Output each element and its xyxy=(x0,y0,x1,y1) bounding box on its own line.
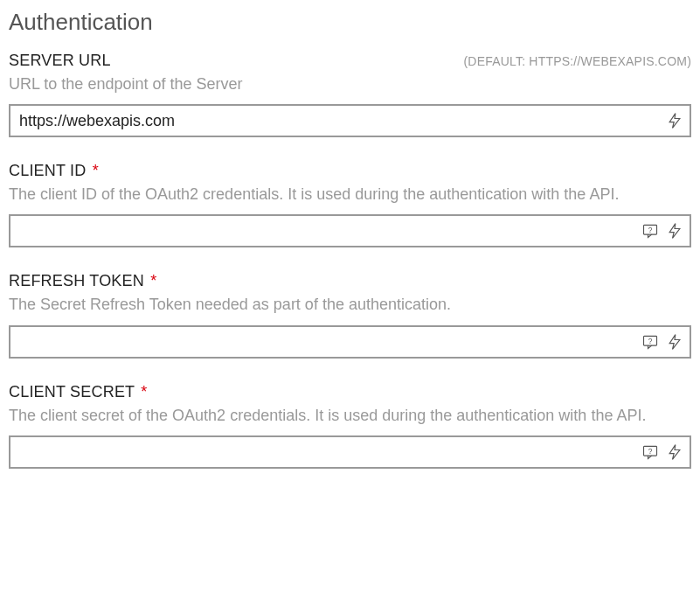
client-secret-description: The client secret of the OAuth2 credenti… xyxy=(9,405,691,427)
field-client-id: CLIENT ID * The client ID of the OAuth2 … xyxy=(9,162,691,247)
server-url-input-row xyxy=(9,104,691,137)
input-icons xyxy=(665,106,690,136)
label-text: REFRESH TOKEN xyxy=(9,272,144,289)
help-bubble-icon[interactable]: ? xyxy=(641,332,660,352)
svg-text:?: ? xyxy=(648,226,653,234)
svg-text:?: ? xyxy=(648,446,653,455)
label-text: CLIENT SECRET xyxy=(9,383,135,400)
refresh-token-input-row: ? xyxy=(9,325,691,359)
client-id-label: CLIENT ID * xyxy=(9,162,99,180)
refresh-token-label: REFRESH TOKEN * xyxy=(9,272,156,290)
field-header: REFRESH TOKEN * xyxy=(9,272,691,290)
help-bubble-icon[interactable]: ? xyxy=(641,442,660,462)
input-icons: ? xyxy=(641,437,690,467)
client-id-description: The client ID of the OAuth2 credentials.… xyxy=(9,184,691,205)
lightning-icon[interactable] xyxy=(665,111,684,130)
input-icons: ? xyxy=(641,216,690,246)
client-secret-label: CLIENT SECRET * xyxy=(9,383,147,401)
input-icons: ? xyxy=(641,327,690,357)
lightning-icon[interactable] xyxy=(665,332,684,352)
client-secret-input[interactable] xyxy=(10,437,641,467)
field-header: CLIENT SECRET * xyxy=(9,383,691,401)
client-secret-input-row: ? xyxy=(9,435,691,469)
client-id-input[interactable] xyxy=(10,216,641,246)
lightning-icon[interactable] xyxy=(665,221,684,240)
server-url-default-hint: (DEFAULT: HTTPS://WEBEXAPIS.COM) xyxy=(463,54,691,68)
label-text: CLIENT ID xyxy=(9,162,87,179)
field-server-url: SERVER URL (DEFAULT: HTTPS://WEBEXAPIS.C… xyxy=(9,52,691,137)
field-header: CLIENT ID * xyxy=(9,162,691,180)
client-id-input-row: ? xyxy=(9,214,691,247)
server-url-input[interactable] xyxy=(10,106,665,136)
help-bubble-icon[interactable]: ? xyxy=(641,221,660,240)
required-marker: * xyxy=(141,383,147,400)
server-url-description: URL to the endpoint of the Server xyxy=(9,73,691,95)
field-client-secret: CLIENT SECRET * The client secret of the… xyxy=(9,383,691,469)
required-marker: * xyxy=(93,162,99,179)
field-refresh-token: REFRESH TOKEN * The Secret Refresh Token… xyxy=(9,272,691,358)
refresh-token-description: The Secret Refresh Token needed as part … xyxy=(9,294,691,316)
required-marker: * xyxy=(150,272,156,289)
section-title: Authentication xyxy=(9,9,691,36)
field-header: SERVER URL (DEFAULT: HTTPS://WEBEXAPIS.C… xyxy=(9,52,691,70)
refresh-token-input[interactable] xyxy=(10,327,641,357)
server-url-label: SERVER URL xyxy=(9,52,111,70)
svg-text:?: ? xyxy=(648,336,653,345)
lightning-icon[interactable] xyxy=(665,442,684,462)
